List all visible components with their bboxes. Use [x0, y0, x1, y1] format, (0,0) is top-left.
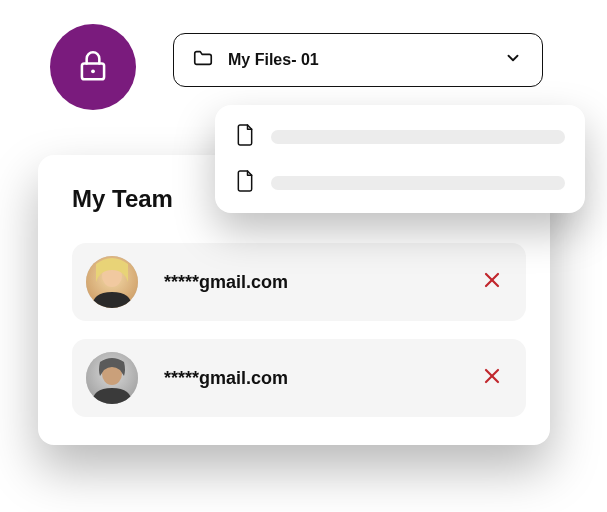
- folder-icon: [192, 47, 214, 73]
- lock-badge: [50, 24, 136, 110]
- team-member-row: *****gmail.com: [72, 339, 526, 417]
- lock-icon: [74, 46, 112, 88]
- file-row[interactable]: [235, 169, 565, 197]
- remove-member-button[interactable]: [480, 270, 504, 294]
- close-icon: [484, 272, 500, 292]
- file-icon: [235, 123, 255, 151]
- team-member-row: *****gmail.com: [72, 243, 526, 321]
- files-popover: [215, 105, 585, 213]
- member-email: *****gmail.com: [164, 368, 480, 389]
- file-icon: [235, 169, 255, 197]
- folder-select-label: My Files- 01: [228, 51, 490, 69]
- file-name-placeholder: [271, 176, 565, 190]
- remove-member-button[interactable]: [480, 366, 504, 390]
- avatar: [86, 256, 138, 308]
- svg-point-1: [91, 69, 95, 73]
- member-email: *****gmail.com: [164, 272, 480, 293]
- file-row[interactable]: [235, 123, 565, 151]
- avatar: [86, 352, 138, 404]
- close-icon: [484, 368, 500, 388]
- file-name-placeholder: [271, 130, 565, 144]
- folder-select[interactable]: My Files- 01: [173, 33, 543, 87]
- chevron-down-icon: [504, 49, 522, 71]
